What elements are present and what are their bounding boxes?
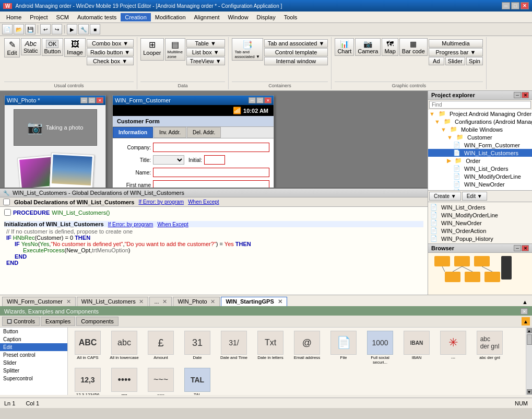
ok-button[interactable]: OK Button bbox=[42, 38, 64, 56]
qa-debug[interactable]: 🔧 bbox=[78, 24, 89, 34]
wiz-icon-tal[interactable]: TAL TAL bbox=[180, 367, 215, 395]
edit-tree-button[interactable]: Edit ▼ bbox=[462, 192, 487, 201]
menu-scm[interactable]: SCM bbox=[52, 13, 73, 21]
qa-open[interactable]: 📂 bbox=[14, 24, 24, 34]
qa-new[interactable]: 📄 bbox=[2, 24, 13, 34]
chart-button[interactable]: 📊 Chart bbox=[335, 38, 354, 56]
menu-modification[interactable]: Modification bbox=[151, 13, 190, 21]
menu-alignment[interactable]: Alignment bbox=[190, 13, 224, 21]
wiz-tab-examples[interactable]: Examples bbox=[41, 317, 75, 326]
wiz-icon-date-time[interactable]: 31/ Date and Time bbox=[216, 330, 252, 366]
qa-undo[interactable]: ↩ bbox=[40, 24, 51, 34]
qa-redo[interactable]: ↪ bbox=[52, 24, 62, 34]
close-button[interactable]: ✕ bbox=[521, 2, 529, 9]
wiz-item-slider[interactable]: Slider bbox=[0, 359, 67, 367]
multimedia-button[interactable]: Multimedia bbox=[429, 39, 483, 48]
control-template-button[interactable]: Tab and associated ▼ bbox=[264, 39, 328, 48]
menu-window[interactable]: Window bbox=[223, 13, 252, 21]
spin-button[interactable]: Spin bbox=[466, 57, 483, 65]
menu-display[interactable]: Display bbox=[253, 13, 280, 21]
wiz-icon-123[interactable]: 12,3 12,3 123456 bbox=[70, 367, 105, 395]
wiz-tab-components[interactable]: Components bbox=[76, 317, 118, 326]
supercontrol-button[interactable]: Internal window bbox=[264, 57, 328, 65]
menu-automatic-tests[interactable]: Automatic tests bbox=[73, 13, 121, 21]
title-select[interactable] bbox=[153, 155, 184, 165]
tree-win-form-customer[interactable]: 📄 WIN_Form_Customer bbox=[428, 141, 532, 149]
minimize-button[interactable]: ─ bbox=[502, 2, 510, 9]
menu-project[interactable]: Project bbox=[26, 13, 52, 21]
tree-order-folder[interactable]: ▶ 📁 Order bbox=[428, 157, 532, 165]
tree-win-new-order[interactable]: 📄 WIN_NewOrder bbox=[428, 180, 532, 188]
table-button[interactable]: Table ▼ bbox=[186, 39, 225, 48]
tab-win-starting-gps[interactable]: WIN_StartingGPS ✕ bbox=[221, 297, 287, 306]
tab-button[interactable]: 📑 Tab andassociated ▼ bbox=[232, 38, 263, 61]
win-form-minimize[interactable]: ─ bbox=[249, 97, 256, 103]
tab-close-1[interactable]: ✕ bbox=[139, 298, 144, 305]
tab-win-list-customers[interactable]: WIN_List_Customers ✕ bbox=[77, 297, 149, 306]
quick-win-order-action[interactable]: 📄 WIN_OrderAction bbox=[429, 227, 531, 235]
wiz-icon-date-letters[interactable]: Txt Date in letters bbox=[253, 330, 288, 366]
edit-button[interactable]: ✎ Edit bbox=[4, 38, 20, 57]
wiz-icon-iban[interactable]: IBAN IBAN bbox=[399, 330, 434, 366]
tab-close-4[interactable]: ✕ bbox=[278, 298, 282, 305]
tree-win-list-orders[interactable]: 📄 WIN_List_Orders bbox=[428, 165, 532, 172]
internal-window-button[interactable]: Control template bbox=[264, 48, 328, 56]
wiz-item-supercontrol[interactable]: Supercontrol bbox=[0, 375, 67, 382]
name-input[interactable] bbox=[153, 168, 269, 177]
win-photo-close[interactable]: ✕ bbox=[96, 97, 103, 103]
explorer-minimize[interactable]: ─ bbox=[514, 92, 521, 98]
treeview-button[interactable]: TreeView ▼ bbox=[186, 57, 225, 65]
menu-tools[interactable]: Tools bbox=[280, 13, 302, 21]
quick-win-popup-history[interactable]: 📄 WIN_Popup_History bbox=[429, 235, 531, 242]
wiz-item-preset[interactable]: Preset control bbox=[0, 351, 67, 359]
if-error-link-2[interactable]: If Error: by program bbox=[108, 222, 153, 227]
wiz-icon-dots[interactable]: •••• •••• bbox=[107, 367, 142, 395]
list-box-button[interactable]: List box ▼ bbox=[186, 48, 225, 56]
quick-win-new-order[interactable]: 📄 WIN_NewOrder bbox=[429, 219, 531, 227]
tree-win-list-customers[interactable]: 📄 WIN_List_Customers bbox=[428, 149, 532, 157]
qa-save[interactable]: 💾 bbox=[25, 24, 36, 34]
wiz-icon-all-caps[interactable]: ABC All in CAPS bbox=[70, 330, 105, 366]
browser-minimize[interactable]: ─ bbox=[514, 245, 521, 251]
form-tab-inv-addr[interactable]: Inv. Addr. bbox=[153, 127, 186, 138]
create-button[interactable]: Create ▼ bbox=[429, 192, 461, 201]
when-except-link-2[interactable]: When Except bbox=[157, 222, 188, 227]
wiz-icon-wave[interactable]: ~~~ ~~~ bbox=[143, 367, 179, 395]
form-tab-information[interactable]: Information bbox=[113, 127, 153, 138]
menu-home[interactable]: Home bbox=[2, 13, 26, 21]
explorer-search-input[interactable] bbox=[429, 101, 531, 109]
tab-close-2[interactable]: ✕ bbox=[162, 298, 167, 305]
slider-button[interactable]: Slider bbox=[445, 57, 465, 65]
looper-button[interactable]: ⊞ Looper bbox=[140, 38, 163, 61]
wizards-close[interactable]: ✕ bbox=[521, 308, 528, 315]
tab-close-3[interactable]: ✕ bbox=[210, 298, 215, 305]
tab-close-0[interactable]: ✕ bbox=[66, 298, 71, 305]
wiz-item-edit[interactable]: Edit bbox=[0, 343, 67, 351]
wiz-icon-file[interactable]: 📄 File bbox=[326, 330, 361, 366]
quick-win-modify-order[interactable]: 📄 WIN_ModifyOrderLine bbox=[429, 211, 531, 219]
company-input[interactable] bbox=[153, 143, 269, 152]
tree-configurations[interactable]: ▼ 📁 Configurations (Android Manag bbox=[428, 118, 532, 125]
wiz-icon-social[interactable]: 1000 Full social securi... bbox=[362, 330, 398, 366]
initial-input[interactable] bbox=[204, 155, 225, 165]
explorer-close[interactable]: ✕ bbox=[522, 92, 529, 98]
tree-win-modify-order[interactable]: 📄 WIN_ModifyOrderLine bbox=[428, 172, 532, 180]
when-except-link-1[interactable]: When Except bbox=[188, 199, 219, 205]
tab-overflow[interactable]: ... ✕ bbox=[149, 297, 172, 306]
win-photo-minimize[interactable]: ─ bbox=[80, 97, 88, 103]
code-globals-checkbox[interactable] bbox=[3, 199, 10, 205]
win-photo-maximize[interactable]: □ bbox=[88, 97, 96, 103]
wiz-icon-email[interactable]: @ Email address bbox=[289, 330, 325, 366]
quick-win-list-orders[interactable]: 📄 WIN_List_Orders bbox=[429, 203, 531, 211]
tree-root[interactable]: ▼ 📁 Project Android Managing Orders bbox=[428, 110, 532, 118]
code-procedure-checkbox[interactable] bbox=[4, 209, 11, 216]
qa-run[interactable]: ▶ bbox=[67, 24, 77, 34]
maximize-button[interactable]: □ bbox=[511, 2, 519, 9]
static-button[interactable]: Abc Static bbox=[21, 38, 41, 55]
menu-creation[interactable]: Creation bbox=[121, 13, 151, 21]
tabs-scroll-right[interactable]: ▲ bbox=[520, 298, 530, 306]
wiz-scroll-down[interactable]: ▼ bbox=[527, 389, 532, 394]
win-form-customer-titlebar[interactable]: WIN_Form_Customer ─ □ ✕ bbox=[113, 96, 274, 105]
wiz-scroll-thumb[interactable] bbox=[527, 334, 532, 345]
if-error-link-1[interactable]: If Error: by program bbox=[138, 199, 184, 205]
